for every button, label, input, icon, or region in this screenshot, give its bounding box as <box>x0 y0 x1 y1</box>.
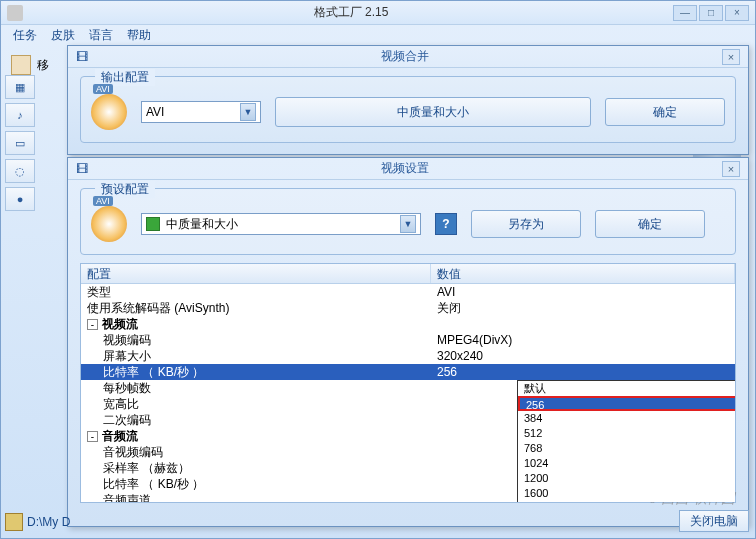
avi-tag: AVI <box>93 84 113 94</box>
quality-button[interactable]: 中质量和大小 <box>275 97 591 127</box>
main-titlebar: 格式工厂 2.15 — □ × <box>1 1 755 25</box>
group-label: 音频流 <box>102 429 138 443</box>
format-select-value: AVI <box>146 105 164 119</box>
value-cell[interactable]: MPEG4(DivX) <box>431 332 735 348</box>
config-cell: 宽高比 <box>81 396 431 412</box>
table-row[interactable]: -视频流 <box>81 316 735 332</box>
merge-ok-label: 确定 <box>653 104 677 121</box>
chevron-down-icon: ▼ <box>400 215 416 233</box>
settings-ok-label: 确定 <box>638 216 662 233</box>
menu-task[interactable]: 任务 <box>13 27 37 43</box>
config-cell: 类型 <box>81 284 431 300</box>
maximize-button[interactable]: □ <box>699 5 723 21</box>
sidebar-item-0[interactable]: ▦ <box>5 75 35 99</box>
main-content: 移 ▦ ♪ ▭ ◌ ● nline 🎞 视频合并 × 输出配置 AVI <box>1 45 755 538</box>
save-as-label: 另存为 <box>508 216 544 233</box>
taskbar-path[interactable]: D:\My D <box>27 515 70 529</box>
output-config-fieldset: 输出配置 AVI AVI ▼ 中质量和大小 确定 <box>80 76 736 143</box>
avi-icon-wrap: AVI <box>91 94 127 130</box>
sidebar-item-2[interactable]: ▭ <box>5 131 35 155</box>
dropdown-option[interactable]: 768 <box>518 441 736 456</box>
settings-dialog-titlebar: 🎞 视频设置 × <box>68 158 748 180</box>
config-table: 配置 数值 类型AVI使用系统解码器 (AviSynth)关闭-视频流视频编码M… <box>80 263 736 503</box>
config-cell: 视频编码 <box>81 332 431 348</box>
sidebar-item-1[interactable]: ♪ <box>5 103 35 127</box>
table-row[interactable]: 使用系统解码器 (AviSynth)关闭 <box>81 300 735 316</box>
preset-select[interactable]: 中质量和大小 ▼ <box>141 213 421 235</box>
sidebar-item-4[interactable]: ● <box>5 187 35 211</box>
table-row[interactable]: 屏幕大小320x240 <box>81 348 735 364</box>
config-cell: 屏幕大小 <box>81 348 431 364</box>
config-cell: 二次编码 <box>81 412 431 428</box>
table-header: 配置 数值 <box>81 264 735 284</box>
config-cell: 采样率 （赫兹） <box>81 460 431 476</box>
menu-help[interactable]: 帮助 <box>127 27 151 43</box>
settings-ok-button[interactable]: 确定 <box>595 210 705 238</box>
sidebar: ▦ ♪ ▭ ◌ ● <box>5 75 39 211</box>
settings-dialog-icon: 🎞 <box>76 162 88 176</box>
shutdown-label: 关闭电脑 <box>690 513 738 530</box>
dropdown-option[interactable]: 1200 <box>518 471 736 486</box>
value-cell[interactable]: 320x240 <box>431 348 735 364</box>
merge-dialog-close[interactable]: × <box>722 49 740 65</box>
avi-icon <box>91 94 127 130</box>
tool-icon[interactable] <box>11 55 31 75</box>
main-window: 格式工厂 2.15 — □ × 任务 皮肤 语言 帮助 移 ▦ ♪ ▭ ◌ ● … <box>0 0 756 539</box>
disk-icon[interactable] <box>5 513 23 531</box>
merge-ok-button[interactable]: 确定 <box>605 98 725 126</box>
config-cell: 使用系统解码器 (AviSynth) <box>81 300 431 316</box>
dropdown-option[interactable]: 512 <box>518 426 736 441</box>
sidebar-item-3[interactable]: ◌ <box>5 159 35 183</box>
window-buttons: — □ × <box>673 5 749 21</box>
shutdown-button[interactable]: 关闭电脑 <box>679 510 749 532</box>
dropdown-option[interactable]: 384 <box>518 411 736 426</box>
table-row[interactable]: 视频编码MPEG4(DivX) <box>81 332 735 348</box>
table-row[interactable]: 比特率 （ KB/秒 ）256▼ <box>81 364 735 380</box>
config-cell: -音频流 <box>81 428 431 444</box>
value-cell[interactable]: AVI <box>431 284 735 300</box>
help-button[interactable]: ? <box>435 213 457 235</box>
table-row[interactable]: 类型AVI <box>81 284 735 300</box>
dropdown-option[interactable]: 256 <box>518 396 736 411</box>
merge-dialog-titlebar: 🎞 视频合并 × <box>68 46 748 68</box>
col-value[interactable]: 数值 <box>431 264 735 283</box>
format-select[interactable]: AVI ▼ <box>141 101 261 123</box>
menu-skin[interactable]: 皮肤 <box>51 27 75 43</box>
menu-language[interactable]: 语言 <box>89 27 113 43</box>
save-as-button[interactable]: 另存为 <box>471 210 581 238</box>
dropdown-option[interactable]: 默认 <box>518 381 736 396</box>
tree-collapse-icon[interactable]: - <box>87 319 98 330</box>
config-cell: 比特率 （ KB/秒 ） <box>81 476 431 492</box>
preset-avi-icon <box>91 206 127 242</box>
value-cell[interactable] <box>431 316 735 332</box>
app-title: 格式工厂 2.15 <box>29 4 673 21</box>
merge-dialog-title: 视频合并 <box>88 48 722 65</box>
app-icon <box>7 5 23 21</box>
config-cell: -视频流 <box>81 316 431 332</box>
merge-dialog-icon: 🎞 <box>76 50 88 64</box>
close-button[interactable]: × <box>725 5 749 21</box>
settings-dialog-close[interactable]: × <box>722 161 740 177</box>
value-cell[interactable]: 关闭 <box>431 300 735 316</box>
disk-icon <box>146 217 160 231</box>
preset-fieldset: 预设配置 AVI 中质量和大小 ▼ ? 另存为 <box>80 188 736 255</box>
tool-label: 移 <box>37 57 49 74</box>
dropdown-option[interactable]: 1600 <box>518 486 736 501</box>
taskbar: D:\My D <box>5 510 70 534</box>
settings-dialog-title: 视频设置 <box>88 160 722 177</box>
preset-avi-icon-wrap: AVI <box>91 206 127 242</box>
chevron-down-icon: ▼ <box>240 103 256 121</box>
merge-dialog: 🎞 视频合并 × 输出配置 AVI AVI ▼ 中质量和大小 <box>67 45 749 155</box>
col-config[interactable]: 配置 <box>81 264 431 283</box>
config-cell: 音视频编码 <box>81 444 431 460</box>
settings-dialog: 🎞 视频设置 × 预设配置 AVI 中质量和大小 ▼ ? <box>67 157 749 527</box>
tree-collapse-icon[interactable]: - <box>87 431 98 442</box>
value-cell[interactable]: 256▼ <box>431 364 735 380</box>
group-label: 视频流 <box>102 317 138 331</box>
minimize-button[interactable]: — <box>673 5 697 21</box>
dropdown-option[interactable]: 1024 <box>518 456 736 471</box>
config-cell: 比特率 （ KB/秒 ） <box>81 364 431 380</box>
menubar: 任务 皮肤 语言 帮助 <box>1 25 755 45</box>
quality-button-label: 中质量和大小 <box>397 104 469 121</box>
bitrate-dropdown-popup: 默认2563845127681024120016002400 <box>517 380 736 503</box>
